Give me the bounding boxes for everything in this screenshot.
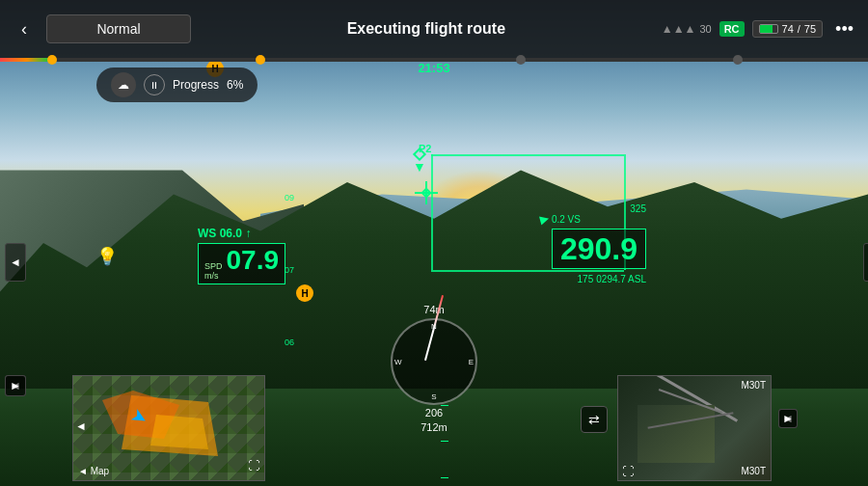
map-expand-icon[interactable]: ⛶: [248, 459, 259, 472]
compass-distance-bottom: 712m: [391, 421, 477, 433]
signal-group: ▲▲▲ 30: [662, 22, 712, 36]
map-widget[interactable]: ➤ ◄ Map ⛶: [72, 375, 265, 481]
progress-info: ☁ ⏸ Progress 6%: [96, 68, 258, 102]
mode-selector[interactable]: Normal: [46, 14, 191, 43]
more-button[interactable]: •••: [830, 19, 858, 40]
camera-nav-down[interactable]: ►: [778, 409, 798, 428]
waypoint-dot-1: [256, 55, 265, 65]
waypoint-dot-3: [733, 55, 743, 65]
camera-widget[interactable]: M30T M30T ⛶: [617, 375, 772, 481]
battery-value-2: 75: [804, 23, 816, 35]
progress-value: 6%: [227, 78, 243, 92]
waypoint-dot-2: [516, 55, 526, 65]
camera-feed: [618, 376, 771, 480]
signal-value: 30: [699, 23, 711, 35]
battery-value-1: 74: [782, 23, 794, 35]
rc-badge: RC: [719, 21, 745, 37]
compass-ring: N S W E: [391, 318, 477, 405]
top-right-controls: ▲▲▲ 30 RC 74 / 75 •••: [662, 19, 858, 40]
compass-area: 74m N S W E 206 712m: [391, 304, 477, 433]
top-bar: ‹ Normal Executing flight route ▲▲▲ 30 R…: [0, 0, 868, 58]
map-label: ◄ Map: [78, 466, 109, 476]
pause-button[interactable]: ⏸: [144, 74, 165, 95]
nav-right-button[interactable]: ►: [5, 375, 26, 396]
waypoint-dot-current: [47, 55, 57, 65]
map-aerial-view: ➤: [73, 376, 264, 480]
camera-terrain: [637, 405, 715, 463]
switch-camera-button[interactable]: ⇄: [581, 406, 608, 433]
left-nav-main-button[interactable]: ◄: [5, 243, 26, 282]
progress-label: Progress: [173, 78, 219, 92]
camera-expand-icon[interactable]: ⛶: [622, 465, 634, 478]
battery-group: 74 / 75: [752, 20, 824, 38]
right-nav-button[interactable]: ►: [863, 243, 868, 282]
camera-label-bottom: M30T: [741, 466, 766, 476]
map-left-arrow[interactable]: ◄: [75, 419, 87, 433]
back-button[interactable]: ‹: [10, 14, 39, 43]
signal-icon: ▲▲▲: [662, 22, 696, 36]
map-content: ➤: [73, 376, 264, 480]
cloud-button[interactable]: ☁: [111, 72, 136, 97]
compass-distance-top: 74m: [391, 304, 477, 315]
flight-status: Executing flight route: [191, 20, 662, 38]
timer-display: 21:53: [418, 61, 449, 75]
progress-fill: [0, 58, 52, 62]
camera-label-top: M30T: [741, 380, 766, 391]
compass-heading: 206: [391, 407, 477, 418]
battery-bar-1: [759, 24, 778, 34]
battery-separator: /: [798, 23, 800, 35]
